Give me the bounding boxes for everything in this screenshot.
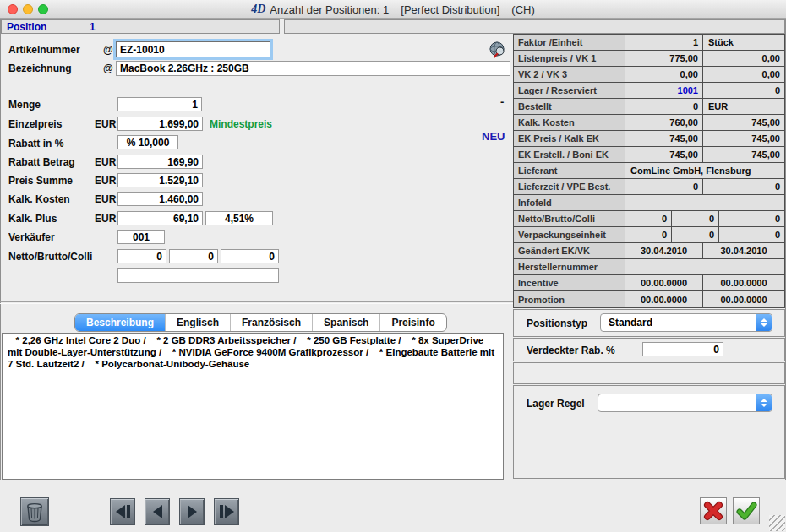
table-cell: 0 — [703, 179, 784, 194]
table-row: Verpackungseinheit000 — [514, 227, 784, 243]
table-cell — [625, 195, 784, 210]
window-title: 4D Anzahl der Positionen: 1 [Perfect Dis… — [0, 0, 786, 19]
cancel-button[interactable] — [700, 497, 727, 524]
colli-input[interactable]: 0 — [221, 249, 279, 263]
table-row: Netto/Brutto/Colli000 — [514, 211, 784, 227]
positionstyp-value: Standard — [609, 317, 652, 328]
table-cell: 00.00.0000 — [625, 291, 703, 307]
menge-input[interactable]: 1 — [117, 97, 202, 111]
rabatt-betrag-label: Rabatt Betrag — [8, 156, 75, 168]
titlebar: 4D Anzahl der Positionen: 1 [Perfect Dis… — [0, 0, 786, 19]
bezeichnung-input[interactable]: MacBook 2.26GHz : 250GB — [116, 61, 510, 76]
chevron-up-down-icon — [756, 314, 772, 331]
kalk-plus-percent-input[interactable]: 4,51% — [205, 211, 273, 225]
dash-mark: - — [500, 95, 504, 108]
nav-previous-button[interactable] — [145, 498, 170, 525]
4d-logo-icon: 4D — [251, 3, 265, 16]
nav-first-button[interactable] — [110, 498, 135, 525]
artikelnummer-input[interactable]: EZ-10010 — [116, 41, 270, 57]
cancel-x-icon — [702, 500, 724, 522]
window-title-text: Anzahl der Positionen: 1 — [270, 3, 389, 16]
einzelpreis-label: Einzelpreis — [8, 118, 62, 130]
header-spacer — [284, 19, 785, 34]
verkaeufer-input[interactable]: 001 — [117, 230, 165, 244]
table-cell: 0,00 — [703, 51, 784, 66]
table-cell: 00.00.0000 — [625, 275, 703, 290]
table-row-label: Listenpreis / VK 1 — [514, 51, 625, 66]
table-row-label: Bestellt — [514, 99, 625, 114]
einzelpreis-currency: EUR — [95, 118, 116, 130]
table-cell: EUR — [703, 99, 784, 114]
nav-last-icon — [220, 505, 223, 518]
table-row-label: Lieferzeit / VPE Best. — [514, 179, 625, 194]
table-cell: 745,00 — [625, 131, 703, 146]
extra-input[interactable] — [117, 268, 279, 283]
preis-summe-input[interactable]: 1.529,10 — [117, 173, 203, 187]
description-textarea[interactable]: * 2,26 GHz Intel Core 2 Duo / * 2 GB DDR… — [2, 333, 504, 480]
tab-spanisch[interactable]: Spanisch — [312, 314, 379, 331]
netto-brutto-colli-label: Netto/Brutto/Colli — [8, 251, 92, 263]
table-row-label: Faktor /Einheit — [514, 35, 625, 50]
table-cell: 745,00 — [703, 115, 784, 130]
table-cell: ComLine GmbH, Flensburg — [625, 163, 784, 178]
menge-label: Menge — [8, 99, 41, 111]
nav-next-button[interactable] — [179, 498, 205, 525]
rabatt-prozent-input[interactable]: % 10,000 — [117, 135, 178, 149]
record-nav — [110, 498, 239, 525]
verdeckter-rabatt-input[interactable]: 0 — [642, 342, 723, 356]
lager-regel-select[interactable] — [598, 394, 772, 412]
nav-last-button[interactable] — [214, 498, 239, 525]
table-cell: 0 — [719, 211, 784, 226]
table-row-label: Lieferant — [514, 163, 625, 178]
netto-input[interactable]: 0 — [117, 249, 166, 263]
artikelnummer-label: Artikelnummer — [8, 44, 80, 56]
nav-first-icon — [116, 505, 125, 518]
at-sign: @ — [103, 44, 113, 56]
delete-record-button[interactable] — [20, 497, 49, 526]
neu-badge: NEU — [482, 130, 505, 143]
trash-icon — [24, 501, 46, 523]
table-row: EK Erstell. / Boni EK745,00745,00 — [514, 147, 784, 163]
table-row: Promotion00.00.000000.00.0000 — [514, 291, 784, 307]
rabatt-betrag-currency: EUR — [95, 156, 116, 168]
table-row-label: Verpackungseinheit — [514, 227, 625, 242]
positionstyp-select[interactable]: Standard — [600, 313, 772, 332]
table-cell — [625, 259, 784, 274]
preis-summe-label: Preis Summe — [8, 175, 73, 187]
table-cell: 1 — [625, 35, 703, 50]
table-row-label: Kalk. Kosten — [514, 115, 625, 130]
tab-beschreibung[interactable]: Beschreibung — [75, 314, 165, 331]
ok-button[interactable] — [733, 497, 760, 524]
table-cell-link[interactable]: 1001 — [625, 83, 703, 98]
resize-grip[interactable] — [769, 515, 785, 531]
checkmark-icon — [735, 500, 757, 522]
table-cell: 0 — [625, 227, 672, 242]
table-row: Incentive00.00.000000.00.0000 — [514, 275, 784, 291]
kalk-plus-input[interactable]: 69,10 — [117, 211, 203, 225]
brutto-input[interactable]: 0 — [169, 249, 218, 263]
nav-next-icon — [188, 505, 197, 518]
table-row: EK Preis / Kalk EK745,00745,00 — [514, 131, 784, 147]
tab-bar: BeschreibungEnglischFranzösischSpanischP… — [74, 313, 447, 332]
table-cell: 775,00 — [625, 51, 703, 66]
table-row: Kalk. Kosten760,00745,00 — [514, 115, 784, 131]
table-cell: 0 — [625, 211, 672, 226]
mindestpreis-note: Mindestpreis — [210, 118, 272, 130]
tab-englisch[interactable]: Englisch — [165, 314, 230, 331]
article-search-icon[interactable] — [488, 40, 507, 59]
table-cell: 745,00 — [625, 147, 703, 162]
tab-preisinfo[interactable]: Preisinfo — [379, 314, 445, 331]
table-cell: 0,00 — [703, 67, 784, 82]
table-cell: 745,00 — [703, 131, 784, 146]
tab-französisch[interactable]: Französisch — [230, 314, 312, 331]
kalk-kosten-input[interactable]: 1.460,00 — [117, 192, 203, 206]
table-cell: 00.00.0000 — [703, 291, 784, 307]
table-cell: 0 — [625, 99, 703, 114]
rabatt-betrag-input[interactable]: 169,90 — [117, 155, 203, 169]
chevron-up-down-icon — [756, 394, 772, 411]
nav-last-icon — [225, 505, 234, 518]
table-row: LieferantComLine GmbH, Flensburg — [514, 163, 784, 179]
table-row: Listenpreis / VK 1775,000,00 — [514, 51, 784, 67]
einzelpreis-input[interactable]: 1.699,00 — [117, 117, 203, 131]
nav-previous-icon — [153, 505, 162, 518]
